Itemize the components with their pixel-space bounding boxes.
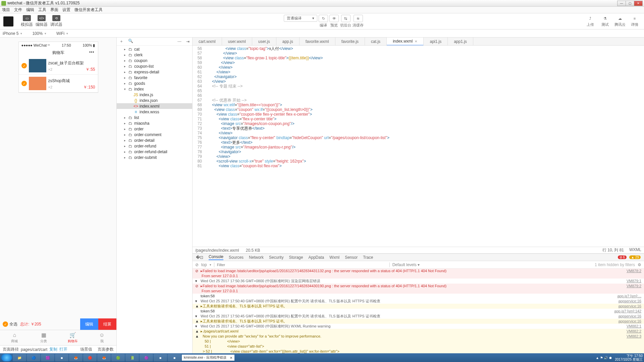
menu-button[interactable]: •••	[89, 50, 95, 55]
source-link[interactable]: VM879:1	[627, 279, 641, 284]
settings-icon[interactable]: ⚙	[638, 262, 641, 267]
tree-folder-clerk[interactable]: ▸🗀clerk	[117, 52, 192, 58]
log-line[interactable]: token:58app.js? [sm]:...	[193, 294, 644, 299]
code-editor[interactable]: 56 57 58 59 60 61 62 63 64 65 66 67 68 6…	[193, 46, 644, 247]
tree-folder-order-refund[interactable]: ▸🗀order-refund	[117, 143, 192, 149]
devtools-tab-console[interactable]: Console	[209, 254, 223, 260]
source-link[interactable]: appservice:16	[619, 314, 642, 319]
source-link[interactable]: appservice:16	[619, 304, 642, 309]
devtools-tab-storage[interactable]: Storage	[289, 255, 303, 260]
tree-file-index.js[interactable]: JSindex.js	[117, 92, 192, 98]
log-line[interactable]: ▲▸./pages/cart/cart.wxmlVM882:2	[193, 329, 644, 334]
source-link[interactable]: VM882:3	[627, 334, 641, 353]
project-avatar[interactable]	[3, 16, 13, 26]
tab-favorite.js[interactable]: favorite.js	[335, 38, 365, 46]
tree-folder-coupon[interactable]: ▸🗀coupon	[117, 58, 192, 63]
tb-测试-icon[interactable]: ⚗	[601, 15, 609, 21]
source-link[interactable]: VM882:2	[627, 329, 641, 334]
tree-file-index.json[interactable]: {}index.json	[117, 98, 192, 103]
menu-设置[interactable]: 设置	[62, 7, 70, 13]
devtools-tab-appdata[interactable]: AppData	[308, 255, 324, 260]
item-checkbox[interactable]: ✓	[21, 81, 27, 86]
menu-工具[interactable]: 工具	[38, 7, 46, 13]
source-link[interactable]: app.js? [sm]:142	[614, 309, 641, 314]
tb-切后台-icon[interactable]: ⇆	[341, 15, 351, 22]
menu-微信开发者工具[interactable]: 微信开发者工具	[74, 7, 103, 13]
tab-cat.js[interactable]: cat.js	[365, 38, 387, 46]
tb-上传-icon[interactable]: ⤴	[586, 15, 594, 21]
log-line[interactable]: ▾Wed Oct 25 2017 17:50:45 GMT+0800 (中国标准…	[193, 314, 644, 319]
menu-编辑[interactable]: 编辑	[26, 7, 34, 13]
close-button[interactable]: ✕	[634, 1, 643, 6]
source-link[interactable]: VM879:2	[627, 284, 641, 294]
source-link[interactable]: appservice:16	[619, 299, 642, 304]
log-line[interactable]: ▲ Now you can provide attr "wx:key" for …	[193, 334, 644, 353]
log-line[interactable]: ▾Wed Oct 25 2017 17:50:40 GMT+0800 (中国标准…	[193, 299, 644, 304]
nav-我[interactable]: ☺我	[87, 330, 116, 345]
tree-folder-goods[interactable]: ▸🗀goods	[117, 80, 192, 86]
devtools-tab-sensor[interactable]: Sensor	[345, 255, 358, 260]
checkout-button[interactable]: 结算	[98, 318, 116, 330]
cart-item[interactable]: ✓ zsShop商城 ×2 ￥:150	[19, 75, 98, 93]
tree-folder-order-detail[interactable]: ▸🗀order-detail	[117, 137, 192, 143]
maximize-button[interactable]: ▢	[626, 1, 634, 6]
cart-item[interactable]: ✓ zscat_妹子后台框架 ×2 ￥:55	[19, 57, 98, 75]
item-checkbox[interactable]: ✓	[21, 63, 27, 68]
tree-folder-order-submit[interactable]: ▸🗀order-submit	[117, 155, 192, 160]
tab-cart.wxml[interactable]: cart.wxml	[193, 38, 222, 46]
log-line[interactable]: ▲▸工具未校验请求域名、TLS 版本以及 HTTPS 证书。appservice…	[193, 304, 644, 309]
nav-购物车[interactable]: 🛒购物车	[58, 330, 88, 345]
nav-商城[interactable]: ⌂商城	[0, 330, 29, 345]
collapse-button[interactable]: ⇥	[186, 39, 190, 44]
log-level-select[interactable]: Default levels ▾	[392, 262, 420, 267]
select-all-checkbox[interactable]: ✓	[3, 321, 8, 327]
devtools-tab-network[interactable]: Network	[249, 255, 264, 260]
page-params[interactable]: 页面参数	[98, 347, 114, 352]
tree-file-index.wxss[interactable]: ≡index.wxss	[117, 109, 192, 115]
toolbar-调试器[interactable]: ⟲调试器	[49, 15, 64, 27]
source-link[interactable]: VM882:1	[627, 324, 641, 329]
zoom-select[interactable]: 100%	[32, 31, 46, 36]
open-link[interactable]: 打开	[59, 347, 67, 352]
copy-link[interactable]: 复制	[49, 347, 57, 352]
tab-app1.js[interactable]: app1.js	[448, 38, 473, 46]
tb-清缓存-icon[interactable]: ≋	[354, 15, 363, 22]
tab-index.wxml[interactable]: index.wxml✕	[387, 38, 424, 46]
devtools-tab-security[interactable]: Security	[269, 255, 283, 260]
tab-close-icon[interactable]: ✕	[415, 40, 417, 43]
tab-user.wxml[interactable]: user.wxml	[222, 38, 252, 46]
edit-button[interactable]: 编辑	[80, 318, 98, 330]
scene-value[interactable]: 场景值	[80, 347, 92, 352]
tb-详情-icon[interactable]: ≡	[631, 15, 639, 21]
tab-user.js[interactable]: user.js	[252, 38, 276, 46]
source-link[interactable]: appservice:16	[619, 319, 642, 324]
menu-文件[interactable]: 文件	[14, 7, 22, 13]
add-file-button[interactable]: ＋	[119, 39, 123, 44]
tree-folder-cat[interactable]: ▸🗀cat	[117, 46, 192, 52]
tree-folder-coupon-list[interactable]: ▸🗀coupon-list	[117, 63, 192, 69]
compile-mode-select[interactable]: 普通编译 ▾	[284, 15, 317, 22]
menu-项目[interactable]: 项目	[2, 7, 10, 13]
log-line[interactable]: ▾Wed Oct 25 2017 17:50:45 GMT+0800 (中国标准…	[193, 324, 644, 329]
tree-folder-index[interactable]: ▾🗀index	[117, 86, 192, 92]
source-link[interactable]: VM878:2	[627, 268, 641, 279]
tree-folder-miaosha[interactable]: ▸🗀miaosha	[117, 120, 192, 126]
log-line[interactable]: ⊘▸Failed to load image /static/ueditor/j…	[193, 268, 644, 279]
devtools-tab-wxml[interactable]: Wxml	[329, 255, 339, 260]
source-link[interactable]: app.js? [sm]:...	[617, 294, 641, 299]
nav-分类[interactable]: ▦分类	[29, 330, 58, 345]
tab-api1.js[interactable]: api1.js	[424, 38, 448, 46]
search-button[interactable]: 🔍	[128, 39, 133, 44]
warning-count[interactable]: ▲ 29	[629, 255, 641, 259]
tree-folder-express-detail[interactable]: ▸🗀express-detail	[117, 69, 192, 75]
menu-界面[interactable]: 界面	[50, 7, 58, 13]
tree-folder-order[interactable]: ▸🗀order	[117, 126, 192, 132]
toolbar-模拟器[interactable]: ▭模拟器	[19, 15, 34, 27]
clear-console-button[interactable]: ⊘	[195, 262, 199, 267]
tb-腾讯云-icon[interactable]: ☁	[616, 15, 624, 21]
network-select[interactable]: WiFi	[56, 31, 68, 36]
devtools-toggle-icon[interactable]: �⊡	[196, 255, 203, 260]
code-content[interactable]: <view class="topic-tag">x人付</view> </vie…	[204, 46, 644, 247]
tab-favorite.wxml[interactable]: favorite.wxml	[300, 38, 335, 46]
log-line[interactable]: ▲▸工具未校验请求域名、TLS 版本以及 HTTPS 证书。appservice…	[193, 319, 644, 324]
